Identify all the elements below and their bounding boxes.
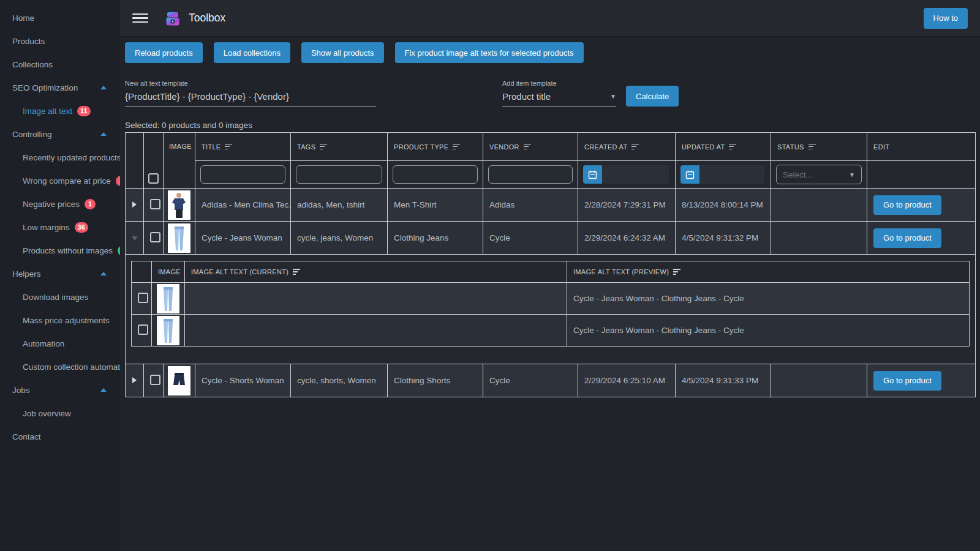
sidebar-item-home[interactable]: Home bbox=[0, 6, 120, 29]
sidebar-item-seo-optimization[interactable]: SEO Optimization bbox=[0, 76, 120, 99]
alt-text-template-label: New alt text template bbox=[125, 80, 376, 87]
sidebar-item-automation[interactable]: Automation bbox=[0, 332, 120, 355]
expand-row-icon[interactable] bbox=[132, 201, 137, 208]
row-checkbox[interactable] bbox=[150, 375, 160, 385]
menu-toggle-icon[interactable] bbox=[132, 11, 148, 26]
image-thumbnail-jeans bbox=[157, 284, 179, 313]
sidebar-item-negative-prices[interactable]: Negative prices1 bbox=[0, 192, 120, 216]
filter-row: Select... ▼ bbox=[126, 161, 976, 189]
sidebar-item-job-overview[interactable]: Job overview bbox=[0, 402, 120, 425]
sidebar-item-download-images[interactable]: Download images bbox=[0, 285, 120, 309]
row-checkbox[interactable] bbox=[150, 232, 160, 242]
cell-product-type: Clothing Jeans bbox=[388, 222, 483, 255]
column-header-status[interactable]: STATUS bbox=[771, 133, 867, 161]
calendar-icon[interactable] bbox=[680, 165, 699, 184]
main-area: Toolbox How to Reload products Load coll… bbox=[120, 0, 980, 551]
created-at-date-input[interactable] bbox=[602, 165, 669, 184]
sub-image-column-header: IMAGE bbox=[152, 261, 185, 283]
sidebar-item-recently-updated-products[interactable]: Recently updated products bbox=[0, 146, 120, 169]
column-header-tags[interactable]: TAGS bbox=[291, 133, 388, 161]
collapse-caret-icon[interactable] bbox=[100, 86, 107, 89]
product-type-filter-input[interactable] bbox=[393, 165, 478, 184]
product-row-expanded: Cycle - Jeans Woman cycle, jeans, Women … bbox=[126, 222, 976, 255]
count-badge: 11 bbox=[77, 106, 91, 116]
collapse-row-icon[interactable] bbox=[132, 236, 138, 241]
filter-sort-icon bbox=[453, 144, 460, 150]
image-thumbnail-jeans bbox=[157, 316, 179, 345]
sidebar-item-controlling[interactable]: Controlling bbox=[0, 122, 120, 146]
image-row-checkbox[interactable] bbox=[138, 293, 148, 303]
sidebar-item-image-alt-text[interactable]: Image alt text11 bbox=[0, 99, 120, 122]
tags-filter-input[interactable] bbox=[296, 165, 382, 184]
go-to-product-button[interactable]: Go to product bbox=[873, 228, 941, 248]
calendar-icon[interactable] bbox=[583, 165, 602, 184]
updated-at-date-input[interactable] bbox=[699, 165, 764, 184]
status-filter-select[interactable]: Select... ▼ bbox=[776, 165, 862, 184]
column-header-updated-at[interactable]: UPDATED AT bbox=[676, 133, 771, 161]
cell-title: Cycle - Shorts Woman bbox=[195, 364, 291, 397]
cell-status bbox=[771, 222, 867, 255]
product-image-jeans bbox=[168, 223, 190, 253]
expand-row-icon[interactable] bbox=[132, 377, 137, 383]
show-all-products-button[interactable]: Show all products bbox=[301, 42, 384, 63]
go-to-product-button[interactable]: Go to product bbox=[873, 371, 941, 391]
subtable-header-row: IMAGE IMAGE ALT TEXT (CURRENT) IMAGE ALT… bbox=[132, 261, 970, 283]
filter-sort-icon bbox=[673, 269, 680, 275]
sub-preview-column-header[interactable]: IMAGE ALT TEXT (PREVIEW) bbox=[567, 261, 970, 283]
sidebar-item-contact[interactable]: Contact bbox=[0, 425, 120, 448]
cell-updated-at: 4/5/2024 9:31:33 PM bbox=[676, 364, 771, 397]
sidebar-item-helpers[interactable]: Helpers bbox=[0, 262, 120, 285]
vendor-filter-input[interactable] bbox=[488, 165, 573, 184]
row-checkbox[interactable] bbox=[150, 199, 160, 209]
edit-filter-cell bbox=[867, 161, 976, 189]
column-header-title[interactable]: TITLE bbox=[195, 133, 291, 161]
cell-alt-preview: Cycle - Jeans Woman - Clothing Jeans - C… bbox=[567, 283, 970, 315]
product-image-tshirt bbox=[168, 190, 190, 220]
cell-vendor: Cycle bbox=[483, 364, 578, 397]
cell-alt-current bbox=[185, 283, 567, 315]
app-title: Toolbox bbox=[189, 12, 225, 24]
sidebar-item-products[interactable]: Products bbox=[0, 29, 120, 53]
select-all-checkbox[interactable] bbox=[148, 173, 159, 184]
sub-current-column-header[interactable]: IMAGE ALT TEXT (CURRENT) bbox=[185, 261, 567, 283]
toolbox-logo-icon bbox=[164, 10, 181, 27]
sidebar-item-wrong-compare-at-price[interactable]: Wrong compare at price1 bbox=[0, 169, 120, 192]
alt-text-template-input[interactable]: {ProductTitle} - {ProductType} - {Vendor… bbox=[125, 91, 376, 107]
sidebar-item-jobs[interactable]: Jobs bbox=[0, 378, 120, 402]
sidebar-item-products-without-images[interactable]: Products without images✓ bbox=[0, 239, 120, 262]
how-to-button[interactable]: How to bbox=[924, 8, 968, 29]
collapse-caret-icon[interactable] bbox=[100, 272, 107, 276]
reload-products-button[interactable]: Reload products bbox=[125, 42, 203, 63]
fix-alt-texts-button[interactable]: Fix product image alt texts for selected… bbox=[395, 42, 584, 63]
table-header-row: IMAGE TITLE TAGS PRODUCT TYPE VENDOR CRE… bbox=[126, 133, 976, 161]
add-item-template-select[interactable]: Product title ▼ bbox=[502, 91, 616, 107]
sidebar-item-mass-price-adjustments[interactable]: Mass price adjustments bbox=[0, 309, 120, 332]
title-filter-input[interactable] bbox=[200, 165, 285, 184]
filter-sort-icon bbox=[320, 144, 327, 150]
collapse-caret-icon[interactable] bbox=[100, 132, 107, 136]
sidebar-item-low-margins[interactable]: Low margins36 bbox=[0, 216, 120, 239]
count-badge: 36 bbox=[75, 222, 88, 233]
go-to-product-button[interactable]: Go to product bbox=[873, 195, 941, 215]
sidebar: Home Products Collections SEO Optimizati… bbox=[0, 0, 120, 551]
filter-sort-icon bbox=[293, 269, 300, 275]
cell-title: Cycle - Jeans Woman bbox=[195, 222, 291, 255]
image-row-checkbox[interactable] bbox=[138, 324, 148, 335]
column-header-created-at[interactable]: CREATED AT bbox=[578, 133, 676, 161]
load-collections-button[interactable]: Load collections bbox=[214, 42, 290, 63]
calculate-button[interactable]: Calculate bbox=[626, 86, 679, 107]
column-header-product-type[interactable]: PRODUCT TYPE bbox=[388, 133, 483, 161]
filter-sort-icon bbox=[524, 144, 531, 150]
column-header-vendor[interactable]: VENDOR bbox=[483, 133, 578, 161]
created-at-date-filter[interactable] bbox=[583, 165, 669, 184]
sidebar-item-custom-collection-automation[interactable]: Custom collection automation bbox=[0, 355, 120, 378]
cell-tags: cycle, jeans, Women bbox=[291, 222, 388, 255]
sidebar-item-collections[interactable]: Collections bbox=[0, 53, 120, 76]
topbar: Toolbox How to bbox=[120, 0, 980, 37]
collapse-caret-icon[interactable] bbox=[100, 388, 107, 392]
chevron-down-icon: ▼ bbox=[610, 93, 616, 100]
product-row: Cycle - Shorts Woman cycle, shorts, Wome… bbox=[126, 364, 976, 397]
cell-created-at: 2/28/2024 7:29:31 PM bbox=[578, 189, 676, 222]
cell-alt-preview: Cycle - Jeans Woman - Clothing Jeans - C… bbox=[567, 315, 970, 347]
updated-at-date-filter[interactable] bbox=[680, 165, 764, 184]
